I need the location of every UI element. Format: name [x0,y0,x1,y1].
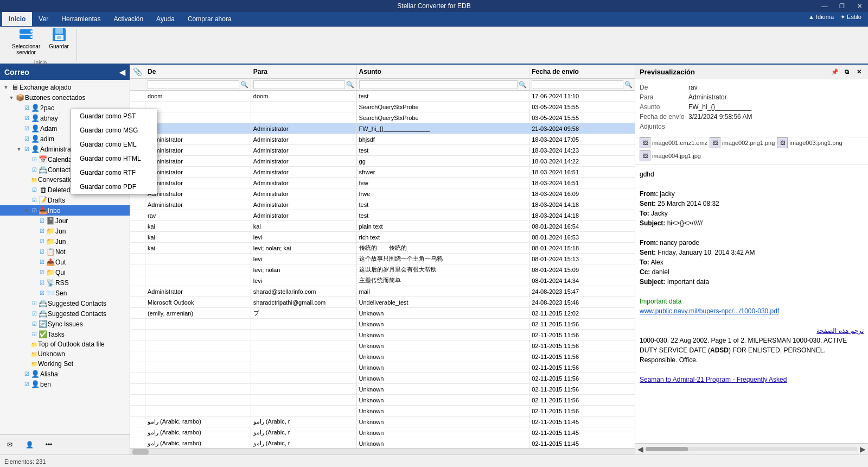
email-row[interactable]: levi 主题传统而简单 08-01-2024 14:34 [130,275,635,286]
email-row[interactable]: Microsoft Outlook sharadctripathi@gmail.… [130,297,635,308]
tree-item-tasks[interactable]: ☑ ✅ Tasks [0,329,130,339]
email-row[interactable]: 📎 rav Administrator FW_hi_{}____________… [130,123,635,134]
email-row[interactable]: Administrator Administrator gg 18-03-202… [130,156,635,167]
tab-ayuda[interactable]: Ayuda [150,12,181,26]
email-row[interactable]: Unknown 02-11-2015 11:56 [130,384,635,395]
more-options-button[interactable]: ••• [41,437,56,452]
tree-item-rss[interactable]: ☑ 📡 RSS [0,277,130,288]
sidebar-toggle-icon[interactable]: ◀ [119,68,125,77]
close-button[interactable]: ✕ [851,0,868,12]
tree-item-sent[interactable]: ☑ 📨 Sen [0,288,130,298]
tree-item-buzones[interactable]: ▼ 📦 Buzones conectados [0,92,130,103]
email-row[interactable]: Administrator Administrator few 18-03-20… [130,178,635,188]
select-server-button[interactable]: Seleccionarservidor [9,25,43,56]
to-search-input[interactable] [253,80,345,89]
email-row[interactable]: Unknown 02-11-2015 11:56 [130,351,635,362]
tree-item-ben[interactable]: ☑ 👤 ben [0,379,130,389]
contacts-view-button[interactable]: 👤 [22,437,37,452]
email-row[interactable]: Administrator Administrator frwe 18-03-2… [130,188,635,199]
email-row[interactable]: SearchQueryStxProbe 03-05-2024 15:55 [130,112,635,123]
tree-item-unknown[interactable]: 📁 Unknown [0,349,130,359]
col-header-subject[interactable]: Asunto [357,65,530,78]
email-row[interactable]: رامو (Arabic, rambo) رامو (Arabic, r Unk… [130,438,635,448]
restore-button[interactable]: ❐ [833,0,851,12]
email-row[interactable]: Administrator Administrator bhjsdf 18-03… [130,134,635,145]
save-button[interactable]: Guardar [46,25,72,56]
idioma-btn[interactable]: ▲ Idioma [808,14,834,21]
estilo-btn[interactable]: ✦ Estilo [840,14,861,21]
preview-arabic-link[interactable]: ترجم هذه الصفحة [640,326,864,336]
email-row[interactable]: levi; nolan 这以后的岁月里会有很大帮助 08-01-2024 15:… [130,264,635,275]
email-row[interactable]: Unknown 02-11-2015 11:56 [130,373,635,384]
email-row[interactable]: (emily, armenian) ブ Unknown 02-11-2015 1… [130,308,635,319]
col-header-from[interactable]: De [145,65,251,78]
preview-left-arrow[interactable]: ◀ [637,445,643,453]
preview-pin-button[interactable]: 📌 [830,67,840,77]
preview-link1[interactable]: www.public.navy.mil/bupers-npc/.../1000-… [640,306,864,316]
email-row[interactable]: doom doom test 17-06-2024 11:10 [130,91,635,102]
tab-ver[interactable]: Ver [32,12,55,26]
save-eml-item[interactable]: Guardar como EML [71,137,130,152]
preview-detach-button[interactable]: ⧉ [842,67,852,77]
preview-footer-link[interactable]: Seaman to Admiral-21 Program - Frequentl… [640,375,864,384]
subject-search-input[interactable] [359,80,518,89]
attachment-item[interactable]: 🖼 image003.png1.png [777,137,842,148]
email-row[interactable]: Unknown 02-11-2015 11:56 [130,395,635,406]
tab-herramientas[interactable]: Herramientas [55,12,107,26]
preview-right-arrow[interactable]: ▶ [860,445,866,453]
attachment-item[interactable]: 🖼 image001.emz1.emz [640,137,707,148]
save-pdf-item[interactable]: Guardar como PDF [71,180,130,194]
tree-item-suggested2[interactable]: ☑ 📇 Suggested Contacts [0,308,130,319]
save-rtf-item[interactable]: Guardar como RTF [71,166,130,180]
email-row[interactable]: رامو (Arabic, rambo) رامو (Arabic, r Unk… [130,427,635,438]
mail-view-button[interactable]: ✉ [2,437,17,452]
tree-item-inbox[interactable]: ▼ ☑ 📥 Inbo [0,205,130,216]
tree-item-junk2[interactable]: ☑ 📁 Jun [0,236,130,247]
email-row[interactable]: levi 这个故事只围绕一个主角一乌鸦 08-01-2024 15:13 [130,254,635,264]
email-row[interactable]: Unknown 02-11-2015 11:56 [130,362,635,373]
tree-item-topoutlook[interactable]: 📁 Top of Outlook data file [0,339,130,349]
tab-comprar[interactable]: Comprar ahora [181,12,238,26]
tree-item-drafts[interactable]: ☑ 📝 Drafts [0,195,130,205]
tree-item-alisha[interactable]: ☑ 👤 Alisha [0,369,130,379]
save-pst-item[interactable]: Guardar como PST [71,109,130,123]
col-header-date[interactable]: Fecha de envío [529,65,635,78]
tree-item-outbox[interactable]: ☑ 📤 Out [0,257,130,267]
tree-item-junk1[interactable]: ☑ 📁 Jun [0,226,130,236]
tree-item-suggested1[interactable]: ☑ 📇 Suggested Contacts [0,298,130,308]
email-row[interactable]: kai kai plain text 08-01-2024 16:54 [130,221,635,232]
attachment-item[interactable]: 🖼 image002.png1.png [710,137,775,148]
email-row[interactable]: Unknown 02-11-2015 11:56 [130,330,635,340]
to-search-icon[interactable]: 🔍 [346,81,354,89]
col-header-to[interactable]: Para [251,65,357,78]
email-row[interactable]: رامو (Arabic, rambo) رامو (Arabic, r Unk… [130,416,635,427]
tree-item-workingset[interactable]: 📁 Working Set [0,359,130,369]
tab-activacion[interactable]: Activación [107,12,150,26]
email-row[interactable]: Unknown 02-11-2015 11:56 [130,406,635,416]
email-row[interactable]: Unknown 02-11-2015 11:56 [130,340,635,351]
tree-item-notes[interactable]: ☑ 📋 Not [0,247,130,257]
tree-item-journal[interactable]: ☑ 📓 Jour [0,216,130,226]
preview-close-button[interactable]: ✕ [854,67,864,77]
email-row[interactable]: kai levi rich text 08-01-2024 16:53 [130,232,635,243]
date-search-input[interactable] [532,80,623,89]
attachment-item[interactable]: 🖼 image004.jpg1.jpg [640,150,701,161]
email-row[interactable]: Administrator Administrator test 18-03-2… [130,199,635,210]
from-search-icon[interactable]: 🔍 [240,81,248,89]
email-row[interactable]: Administrator Administrator test 18-03-2… [130,145,635,156]
save-html-item[interactable]: Guardar como HTML [71,152,130,166]
tree-item-quick[interactable]: ☑ 📁 Qui [0,267,130,277]
email-row[interactable]: Administrator Administrator sfrwer 18-03… [130,167,635,178]
tree-item-exchange[interactable]: ▼ 🖥 Exchange alojado [0,82,130,92]
email-row[interactable]: Unknown 02-11-2015 11:56 [130,319,635,330]
save-msg-item[interactable]: Guardar como MSG [71,123,130,137]
email-row[interactable]: SearchQueryStxProbe 03-05-2024 15:55 [130,102,635,112]
email-row[interactable]: kai levi; nolan; kai 传统的 传统的 08-01-2024 … [130,243,635,254]
minimize-button[interactable]: — [816,0,833,12]
from-search-input[interactable] [148,80,239,89]
subject-search-icon[interactable]: 🔍 [519,81,527,89]
email-row[interactable]: Administrator sharad@stellarinfo.com mai… [130,286,635,297]
tree-item-sync[interactable]: ☑ 🔄 Sync Issues [0,319,130,329]
tab-inicio[interactable]: Inicio [2,12,32,26]
date-search-icon[interactable]: 🔍 [624,81,633,89]
